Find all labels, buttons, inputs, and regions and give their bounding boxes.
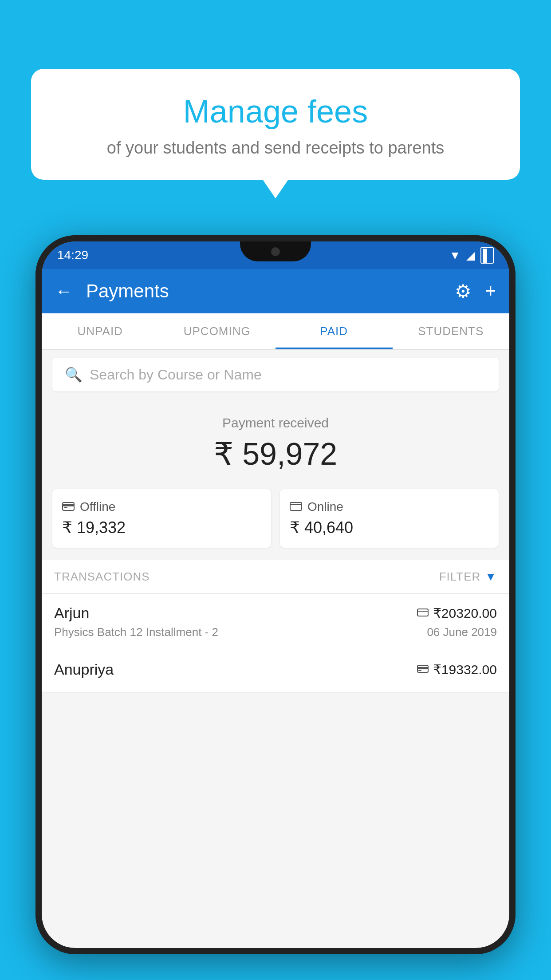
status-time: 14:29 — [57, 248, 88, 262]
transaction-top-1: Arjun ₹20320.00 — [54, 605, 497, 622]
transactions-header: TRANSACTIONS FILTER ▼ — [42, 560, 509, 594]
offline-card: Offline ₹ 19,332 — [52, 489, 271, 548]
tab-upcoming[interactable]: UPCOMING — [159, 313, 276, 349]
filter-button[interactable]: FILTER ▼ — [439, 570, 497, 584]
phone-frame: 14:29 ▼ ◢ ▌ ← Payments ⚙ + UNPAID — [35, 235, 516, 954]
transaction-amount-1: ₹20320.00 — [433, 605, 497, 621]
transaction-desc-1: Physics Batch 12 Installment - 2 — [54, 625, 218, 639]
online-card-amount: ₹ 40,640 — [290, 518, 489, 537]
online-card: Online ₹ 40,640 — [280, 489, 499, 548]
bubble-title: Manage fees — [58, 93, 493, 130]
speech-bubble: Manage fees of your students and send re… — [31, 69, 520, 180]
table-row[interactable]: Arjun ₹20320.00 Physics Batch 12 Install… — [42, 594, 509, 650]
search-icon: 🔍 — [65, 366, 83, 383]
signal-icon: ◢ — [466, 249, 475, 262]
app-bar-icons: ⚙ + — [455, 281, 496, 302]
search-input[interactable]: Search by Course or Name — [90, 367, 262, 383]
filter-icon: ▼ — [485, 570, 497, 584]
svg-rect-8 — [417, 667, 428, 669]
payment-received-section: Payment received ₹ 59,972 — [42, 399, 509, 485]
svg-rect-3 — [290, 502, 302, 510]
transactions-label: TRANSACTIONS — [54, 570, 150, 584]
tab-students[interactable]: STUDENTS — [393, 313, 510, 349]
transaction-name-1: Arjun — [54, 605, 89, 622]
transaction-amount-row-1: ₹20320.00 — [417, 605, 497, 621]
status-icons: ▼ ◢ ▌ — [449, 247, 494, 264]
online-card-header: Online — [290, 500, 489, 514]
settings-icon[interactable]: ⚙ — [455, 281, 472, 302]
back-button[interactable]: ← — [55, 281, 73, 301]
online-icon — [290, 500, 302, 514]
battery-icon: ▌ — [480, 247, 494, 264]
payment-cards: Offline ₹ 19,332 Online — [42, 485, 509, 560]
tabs: UNPAID UPCOMING PAID STUDENTS — [42, 313, 509, 350]
offline-card-header: Offline — [62, 500, 261, 514]
offline-icon — [62, 500, 75, 514]
wifi-icon: ▼ — [449, 249, 461, 262]
filter-label: FILTER — [439, 570, 481, 584]
payment-type-icon-2 — [417, 663, 429, 676]
online-card-type: Online — [307, 500, 343, 514]
payment-type-icon-1 — [417, 606, 429, 620]
offline-card-type: Offline — [80, 500, 115, 514]
search-container: 🔍 Search by Course or Name — [42, 350, 509, 399]
svg-rect-9 — [418, 670, 421, 671]
transaction-amount-row-2: ₹19332.00 — [417, 662, 497, 677]
svg-rect-2 — [64, 507, 67, 508]
offline-card-amount: ₹ 19,332 — [62, 518, 261, 537]
transaction-bottom-1: Physics Batch 12 Installment - 2 06 June… — [54, 625, 497, 639]
camera — [271, 247, 280, 256]
payment-received-label: Payment received — [52, 415, 499, 431]
bubble-subtitle: of your students and send receipts to pa… — [58, 138, 493, 158]
transaction-name-2: Anupriya — [54, 661, 114, 678]
tab-paid[interactable]: PAID — [276, 313, 393, 349]
app-title: Payments — [86, 281, 446, 302]
payment-received-amount: ₹ 59,972 — [52, 436, 499, 472]
transaction-top-2: Anupriya ₹19332.00 — [54, 661, 497, 678]
phone-screen: 14:29 ▼ ◢ ▌ ← Payments ⚙ + UNPAID — [42, 241, 509, 948]
add-icon[interactable]: + — [485, 281, 496, 302]
speech-bubble-container: Manage fees of your students and send re… — [31, 69, 520, 180]
transaction-date-1: 06 June 2019 — [427, 625, 497, 639]
phone-container: 14:29 ▼ ◢ ▌ ← Payments ⚙ + UNPAID — [35, 235, 516, 980]
search-bar[interactable]: 🔍 Search by Course or Name — [52, 358, 499, 391]
transaction-amount-2: ₹19332.00 — [433, 662, 497, 677]
tab-unpaid[interactable]: UNPAID — [42, 313, 159, 349]
svg-rect-1 — [63, 504, 74, 506]
notch — [240, 241, 311, 261]
svg-rect-5 — [417, 609, 428, 616]
table-row[interactable]: Anupriya ₹19332.00 — [42, 650, 509, 693]
app-bar: ← Payments ⚙ + — [42, 269, 509, 313]
